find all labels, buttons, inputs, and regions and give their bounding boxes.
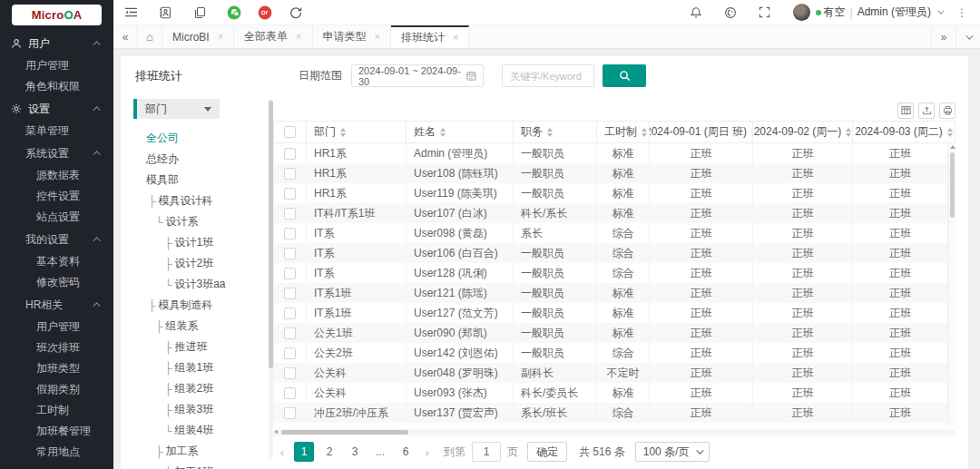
column-header-date2[interactable]: 2024-09-02 (周一) — [753, 122, 853, 143]
address-book-icon[interactable] — [157, 5, 173, 21]
column-header-dept[interactable]: 部门 — [307, 122, 407, 143]
tree-node[interactable]: ├ 加工1班 — [133, 462, 273, 469]
collapse-menu-icon[interactable] — [122, 5, 139, 21]
tree-node[interactable]: └ 组装4班 — [133, 420, 273, 441]
close-icon[interactable] — [218, 32, 223, 42]
page-button[interactable]: ... — [370, 442, 390, 462]
table-row[interactable]: IT系1班 User121 (陈瑶) 一般职员 标准 正班 正班 正班 — [274, 283, 948, 303]
tabs-scroll-left-icon[interactable] — [113, 25, 138, 48]
notification-bell-icon[interactable] — [688, 5, 704, 21]
tree-node[interactable]: ├ 模具设计科 — [133, 191, 273, 211]
more-options-icon[interactable] — [956, 7, 967, 18]
sidebar-item[interactable]: 修改密码 — [0, 272, 113, 293]
table-row[interactable]: 公关科 User093 (张杰) 科长/委员长 标准 正班 正班 正班 — [274, 383, 948, 403]
table-row[interactable]: 公关1班 User090 (郑凯) 一般职员 标准 正班 正班 正班 — [274, 323, 948, 343]
tree-node[interactable]: ├ 组装1班 — [133, 357, 273, 378]
page-jump-input[interactable] — [472, 442, 501, 462]
sidebar-item[interactable]: 假期类别 — [0, 379, 113, 400]
page-button[interactable]: 2 — [319, 442, 339, 462]
table-horizontal-scrollbar[interactable] — [273, 429, 956, 435]
sidebar-item[interactable]: 菜单管理 — [0, 121, 113, 142]
date-range-picker[interactable]: 2024-09-01 ~ 2024-09-30 — [351, 64, 484, 87]
export-icon[interactable] — [918, 103, 935, 119]
sidebar-item[interactable]: 源数据表 — [0, 165, 113, 186]
sort-icon[interactable] — [547, 128, 553, 137]
search-button[interactable] — [603, 64, 646, 87]
page-button[interactable]: 3 — [345, 442, 365, 462]
table-row[interactable]: IT系 User106 (白百合) 一般职员 综合 正班 正班 正班 — [274, 243, 948, 263]
tab[interactable]: 全部表单 — [234, 25, 312, 48]
tab[interactable]: MicroBI — [162, 25, 234, 48]
page-button[interactable]: 6 — [396, 442, 416, 462]
row-checkbox[interactable] — [284, 188, 296, 200]
row-checkbox[interactable] — [284, 268, 296, 279]
wechat-green-icon[interactable] — [226, 5, 242, 21]
column-header-date3[interactable]: 2024-09-03 (周二) — [853, 122, 956, 143]
tabs-menu-icon[interactable] — [956, 25, 980, 48]
sort-icon[interactable] — [846, 128, 851, 137]
table-row[interactable]: HR1系 User119 (陈美琪) 一般职员 标准 正班 正班 正班 — [274, 183, 948, 203]
tab[interactable]: 申请类型 — [313, 25, 391, 48]
app-logo[interactable]: MicroOA — [12, 5, 102, 25]
confirm-button[interactable]: 确定 — [527, 442, 567, 462]
row-checkbox[interactable] — [284, 208, 296, 220]
tree-type-select[interactable]: 部门 — [133, 99, 220, 119]
row-checkbox[interactable] — [284, 327, 296, 339]
tree-node[interactable]: ├ 设计2班 — [133, 253, 273, 274]
table-row[interactable]: IT系 User098 (黄磊) 系长 综合 正班 正班 正班 — [274, 223, 948, 243]
column-header-title[interactable]: 职务 — [514, 122, 597, 143]
tree-node[interactable]: ├ 设计1班 — [133, 232, 273, 253]
row-checkbox[interactable] — [284, 288, 296, 299]
table-row[interactable]: HR1系 User108 (陈钰琪) 一般职员 标准 正班 正班 正班 — [274, 163, 948, 183]
sort-icon[interactable] — [947, 128, 953, 137]
sidebar-item[interactable]: 用户管理 — [0, 317, 113, 337]
tree-node[interactable]: 总经办 — [133, 149, 273, 170]
table-row[interactable]: IT科/IT系1班 User107 (白冰) 科长/系长 标准 正班 正班 正班 — [274, 203, 948, 223]
close-icon[interactable] — [453, 33, 458, 43]
filter-columns-icon[interactable] — [897, 103, 914, 119]
table-row[interactable]: 冲压2班/冲压系 User137 (贾宏声) 系长/班长 综合 正班 正班 正班 — [274, 403, 948, 423]
sidebar-item[interactable]: 我的设置 — [0, 228, 113, 251]
scroll-up-arrow-icon[interactable] — [950, 145, 956, 149]
user-menu-caret-icon[interactable] — [937, 8, 944, 15]
tree-node[interactable]: ├ 模具制造科 — [133, 295, 273, 316]
sidebar-item[interactable]: 用户管理 — [0, 55, 113, 76]
tab[interactable]: 排班统计 — [391, 25, 469, 48]
theme-icon[interactable] — [722, 5, 739, 21]
row-checkbox[interactable] — [284, 248, 296, 259]
tree-node[interactable]: └ 设计系 — [133, 211, 273, 232]
row-checkbox[interactable] — [284, 148, 296, 160]
row-checkbox[interactable] — [284, 387, 296, 399]
copy-icon[interactable] — [191, 5, 208, 21]
row-checkbox[interactable] — [284, 347, 296, 359]
scroll-left-arrow-icon[interactable] — [274, 430, 278, 434]
sidebar-item[interactable]: 加班类型 — [0, 358, 113, 379]
prev-page-icon[interactable] — [273, 442, 291, 462]
keyword-input[interactable] — [502, 64, 594, 87]
print-icon[interactable] — [939, 103, 956, 119]
sidebar-item[interactable]: 站点设置 — [0, 207, 113, 228]
table-row[interactable]: IT系1班 User127 (范文芳) 一般职员 标准 正班 正班 正班 — [274, 303, 948, 323]
column-header-date1[interactable]: 2024-09-01 (周日 班) — [650, 122, 753, 143]
sidebar-item[interactable]: 系统设置 — [0, 142, 113, 165]
tree-node[interactable]: ├ 加工系 — [133, 441, 273, 462]
sidebar-item[interactable]: 用户 — [0, 32, 113, 55]
tree-node[interactable]: ├ 组装3班 — [133, 399, 273, 420]
sort-icon[interactable] — [340, 128, 346, 137]
next-page-icon[interactable] — [418, 442, 436, 462]
page-button[interactable]: 1 — [294, 442, 314, 462]
per-page-select[interactable]: 100 条/页 — [635, 442, 710, 462]
table-row[interactable]: 公关2班 User142 (刘恩佑) 一般职员 综合 正班 正班 正班 — [274, 343, 948, 363]
table-row[interactable]: IT系 User128 (巩俐) 一般职员 综合 正班 正班 正班 — [274, 263, 948, 283]
table-vertical-scrollbar[interactable] — [948, 143, 956, 426]
tree-node[interactable]: 全公司 — [133, 128, 273, 149]
tree-node[interactable]: └ 设计3班aa — [133, 274, 273, 295]
tree-node[interactable]: ├ 组装2班 — [133, 378, 273, 399]
tree-node[interactable]: ├ 组装系 — [133, 316, 273, 337]
sidebar-item[interactable]: 工时制 — [0, 400, 113, 421]
row-checkbox[interactable] — [284, 168, 296, 180]
sidebar-item[interactable]: 班次排班 — [0, 337, 113, 358]
column-header-name[interactable]: 姓名 — [407, 122, 514, 143]
sidebar-item[interactable]: 控件设置 — [0, 186, 113, 207]
vertical-scrollbar-thumb[interactable] — [950, 152, 955, 218]
